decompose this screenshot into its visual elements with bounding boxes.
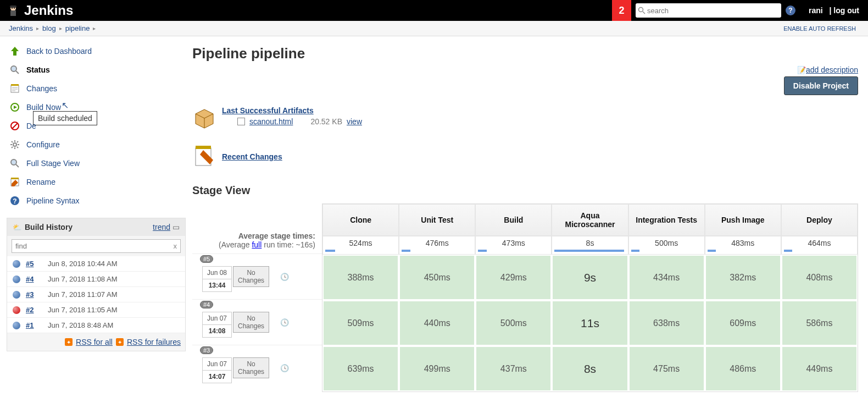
help-icon[interactable]: ? — [786, 5, 795, 15]
rss-icon: ✦ — [65, 338, 73, 346]
breadcrumb-item[interactable]: Jenkins — [9, 24, 33, 32]
stage-avg: 476ms — [399, 236, 475, 255]
clock-icon[interactable]: 🕓 — [280, 364, 289, 372]
stage-data-cell[interactable]: 450ms — [399, 255, 475, 300]
stage-data-cell[interactable]: 437ms — [475, 346, 552, 392]
stage-data-cell[interactable]: 586ms — [781, 300, 858, 346]
stage-data-cell[interactable]: 639ms — [322, 346, 399, 392]
breadcrumb-item[interactable]: blog — [42, 24, 56, 32]
build-history-row[interactable]: #5 Jun 8, 2018 10:44 AM — [7, 256, 185, 272]
status-ball-icon — [13, 322, 20, 329]
nav-changes[interactable]: Changes — [7, 79, 186, 98]
build-history-panel: ⛅ Build History trend ▭ x #5 Jun 8, 2018… — [7, 218, 186, 351]
weather-icon: ⛅ — [13, 223, 21, 231]
stage-data-cell[interactable]: 388ms — [322, 255, 399, 300]
clear-icon[interactable]: x — [174, 242, 177, 250]
run-badge: #5 — [200, 255, 213, 263]
build-number-link[interactable]: #3 — [26, 290, 48, 299]
nav-status[interactable]: Status — [7, 60, 186, 79]
clock-icon[interactable]: 🕓 — [280, 318, 289, 327]
svg-line-24 — [12, 147, 13, 148]
stage-avg: 483ms — [705, 236, 781, 255]
nav-syntax[interactable]: ? Pipeline Syntax — [7, 191, 186, 210]
auto-refresh-link[interactable]: ENABLE AUTO REFRESH — [783, 25, 856, 32]
stage-data-cell[interactable]: 11s — [552, 300, 628, 346]
stage-run-label[interactable]: #4 Jun 0714:08 NoChanges 🕓 — [192, 299, 322, 345]
stage-data-cell[interactable]: 382ms — [705, 255, 781, 300]
stage-header: Unit Test — [399, 204, 475, 236]
build-number-link[interactable]: #2 — [26, 306, 48, 314]
rss-failures-link[interactable]: RSS for failures — [127, 338, 181, 346]
logout-link[interactable]: | log out — [830, 6, 859, 15]
add-description-link[interactable]: add description — [806, 65, 858, 74]
artifact-file-link[interactable]: scanout.html — [249, 117, 293, 126]
notepad-icon — [9, 82, 21, 95]
artifacts-title[interactable]: Last Successful Artifacts — [222, 106, 362, 115]
stage-data-cell[interactable]: 408ms — [781, 255, 858, 300]
nav-back[interactable]: Back to Dashboard — [7, 42, 186, 60]
build-history-row[interactable]: #1 Jun 7, 2018 8:48 AM — [7, 318, 185, 333]
stage-run-label[interactable]: #5 Jun 0813:44 NoChanges 🕓 — [192, 253, 322, 299]
search-icon — [9, 64, 21, 76]
search-input[interactable] — [647, 7, 779, 15]
stage-view-title: Stage View — [192, 184, 858, 197]
rss-icon: ✦ — [116, 338, 124, 346]
stage-data-cell[interactable]: 434ms — [628, 255, 705, 300]
stage-data-cell[interactable]: 638ms — [628, 300, 705, 346]
svg-rect-29 — [11, 178, 19, 179]
clock-icon[interactable]: 🕓 — [280, 273, 289, 281]
nav-configure[interactable]: Configure — [7, 135, 186, 154]
svg-line-8 — [16, 71, 19, 74]
full-link[interactable]: full — [252, 240, 261, 249]
stage-data-cell[interactable]: 475ms — [628, 346, 705, 392]
stage-data-cell[interactable]: 499ms — [399, 346, 475, 392]
build-number-link[interactable]: #5 — [26, 260, 48, 268]
stage-data-cell[interactable]: 8s — [552, 346, 628, 392]
stage-data-cell[interactable]: 9s — [552, 255, 628, 300]
run-changes: NoChanges — [233, 266, 269, 287]
svg-point-4 — [14, 8, 15, 9]
build-number-link[interactable]: #4 — [26, 275, 48, 283]
logo-text: Jenkins — [24, 3, 73, 18]
nav-full-stage[interactable]: Full Stage View — [7, 154, 186, 173]
run-changes: NoChanges — [233, 312, 269, 333]
build-date: Jun 8, 2018 10:44 AM — [48, 260, 117, 268]
recent-changes-link[interactable]: Recent Changes — [222, 152, 282, 161]
build-history-search[interactable] — [15, 242, 174, 250]
status-ball-icon — [13, 260, 20, 268]
build-history-row[interactable]: #2 Jun 7, 2018 11:05 AM — [7, 302, 185, 318]
trend-link[interactable]: trend — [153, 223, 170, 231]
stage-data-cell[interactable]: 440ms — [399, 300, 475, 346]
build-history-row[interactable]: #3 Jun 7, 2018 11:07 AM — [7, 287, 185, 302]
page-title: Pipeline pipeline — [192, 45, 858, 62]
stage-data-cell[interactable]: 486ms — [705, 346, 781, 392]
status-ball-icon — [13, 291, 20, 299]
breadcrumb-item[interactable]: pipeline — [65, 24, 90, 32]
status-ball-icon — [13, 275, 20, 283]
logo[interactable]: Jenkins — [0, 3, 79, 18]
svg-rect-33 — [196, 146, 211, 149]
stage-data-cell[interactable]: 429ms — [475, 255, 552, 300]
stage-header: Build — [475, 204, 552, 236]
artifact-view-link[interactable]: view — [347, 117, 362, 126]
stage-run-label[interactable]: #3 Jun 0714:07 NoChanges 🕓 — [192, 345, 322, 390]
notification-badge[interactable]: 2 — [612, 0, 631, 21]
nav-build-now[interactable]: Build Now ↖ Build scheduled — [7, 98, 186, 117]
nav-delete[interactable]: De — [7, 117, 186, 135]
rss-all-link[interactable]: RSS for all — [76, 338, 113, 346]
gear-icon — [9, 139, 21, 151]
disable-project-button[interactable]: Disable Project — [784, 76, 858, 95]
stage-data-cell[interactable]: 509ms — [322, 300, 399, 346]
stage-data-cell[interactable]: 449ms — [781, 346, 858, 392]
nav-rename[interactable]: Rename — [7, 173, 186, 191]
chevron-right-icon: ▸ — [59, 25, 62, 31]
collapse-icon[interactable]: ▭ — [173, 223, 180, 231]
build-history-row[interactable]: #4 Jun 7, 2018 11:08 AM — [7, 272, 185, 287]
username-link[interactable]: rani — [809, 6, 823, 15]
stage-data-cell[interactable]: 500ms — [475, 300, 552, 346]
search-box[interactable] — [636, 3, 781, 18]
build-number-link[interactable]: #1 — [26, 321, 48, 329]
build-date: Jun 7, 2018 11:08 AM — [48, 275, 117, 283]
arrow-up-icon — [9, 45, 21, 57]
stage-data-cell[interactable]: 609ms — [705, 300, 781, 346]
